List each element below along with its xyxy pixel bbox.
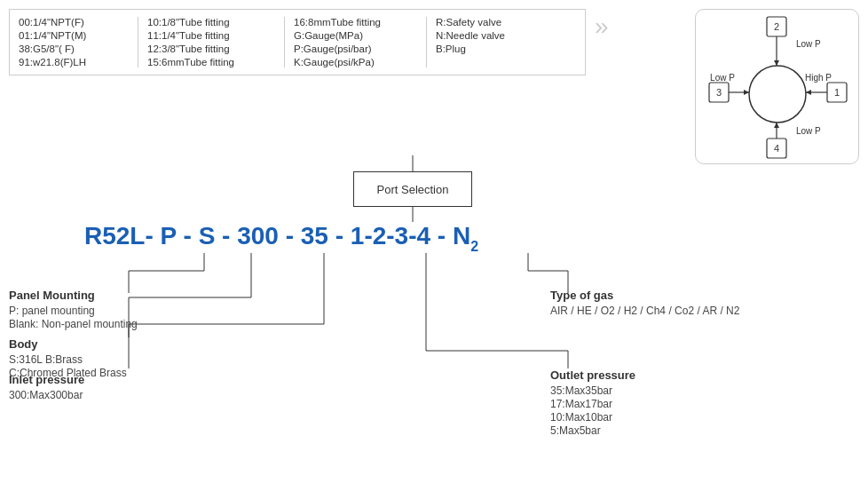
type-of-gas-item-0: AIR / HE / O2 / H2 / Ch4 / Co2 / AR / N2	[550, 305, 739, 317]
svg-marker-4	[806, 90, 811, 95]
legend-item: 10:1/8"Tube fitting	[147, 17, 275, 28]
svg-text:1: 1	[834, 87, 840, 98]
svg-marker-14	[744, 90, 749, 95]
panel-mounting-title: Panel Mounting	[9, 289, 138, 302]
legend-item: 01:1/4"NPT(M)	[19, 30, 129, 41]
diagram-inner: 1 High P 2 Low P 3 Low P 4 Low P	[696, 10, 858, 163]
svg-marker-9	[774, 60, 779, 66]
legend-col-1: 00:1/4"NPT(F) 01:1/4"NPT(M) 38:G5/8"( F)…	[19, 17, 138, 67]
legend-item: B:Plug	[436, 44, 560, 54]
diagram-svg: 1 High P 2 Low P 3 Low P 4 Low P	[696, 10, 860, 165]
legend-col-3: 16:8mmTube fitting G:Gauge(MPa) P:Gauge(…	[294, 17, 427, 67]
outlet-pressure-item-0: 35:Max35bar	[550, 384, 635, 397]
panel-mounting-item-0: P: panel mounting	[9, 305, 138, 317]
svg-marker-19	[774, 123, 779, 128]
inlet-pressure-title: Inlet pressure	[9, 373, 84, 386]
svg-text:Low P: Low P	[796, 126, 821, 136]
svg-text:3: 3	[716, 87, 722, 98]
panel-mounting-item-1: Blank: Non-panel mounting	[9, 318, 138, 330]
outlet-pressure-item-1: 17:Max17bar	[550, 398, 635, 410]
chevron-icon: »	[595, 12, 604, 41]
outlet-pressure-item-3: 5:Max5bar	[550, 424, 635, 437]
body-item-0: S:316L B:Brass	[9, 353, 127, 366]
panel-mounting-annotation: Panel Mounting P: panel mounting Blank: …	[9, 289, 138, 330]
inlet-pressure-annotation: Inlet pressure 300:Max300bar	[9, 373, 84, 401]
legend-col-2: 10:1/8"Tube fitting 11:1/4"Tube fitting …	[147, 17, 285, 67]
legend-item: N:Needle valve	[436, 30, 560, 41]
model-subscript: 2	[470, 239, 478, 255]
type-of-gas-title: Type of gas	[550, 289, 739, 302]
model-text: R52L‑ P ‑ S ‑ 300 ‑ 35 ‑ 1‑2‑3‑4 ‑ N	[84, 222, 470, 250]
svg-text:4: 4	[774, 143, 779, 154]
legend-item: 91:w21.8(F)LH	[19, 57, 129, 67]
svg-text:Low P: Low P	[796, 39, 821, 49]
legend-item: K:Gauge(psi/kPa)	[294, 57, 417, 67]
outlet-pressure-title: Outlet pressure	[550, 368, 635, 382]
model-string: R52L‑ P ‑ S ‑ 300 ‑ 35 ‑ 1‑2‑3‑4 ‑ N2	[84, 222, 478, 250]
type-of-gas-annotation: Type of gas AIR / HE / O2 / H2 / Ch4 / C…	[550, 289, 739, 317]
inlet-pressure-item-0: 300:Max300bar	[9, 389, 84, 401]
legend-item: 15:6mmTube fitting	[147, 57, 275, 67]
svg-text:High P: High P	[805, 73, 832, 83]
port-selection-box: Port Selection	[353, 171, 472, 207]
svg-text:2: 2	[774, 21, 779, 32]
legend-box: 00:1/4"NPT(F) 01:1/4"NPT(M) 38:G5/8"( F)…	[9, 9, 586, 75]
legend-item: 16:8mmTube fitting	[294, 17, 417, 28]
body-title: Body	[9, 337, 127, 351]
legend-item: 38:G5/8"( F)	[19, 44, 129, 54]
outlet-pressure-item-2: 10:Max10bar	[550, 411, 635, 424]
legend-item: 11:1/4"Tube fitting	[147, 30, 275, 41]
legend-col-4: R:Safety valve N:Needle valve B:Plug	[436, 17, 569, 67]
legend-item: 12:3/8"Tube fitting	[147, 44, 275, 54]
legend-item: P:Gauge(psi/bar)	[294, 44, 417, 54]
svg-text:Low P: Low P	[710, 73, 735, 83]
legend-item: R:Safety valve	[436, 17, 560, 28]
outlet-pressure-annotation: Outlet pressure 35:Max35bar 17:Max17bar …	[550, 368, 635, 437]
svg-point-0	[749, 66, 806, 123]
legend-item: G:Gauge(MPa)	[294, 30, 417, 41]
diagram-box: 1 High P 2 Low P 3 Low P 4 Low P	[695, 9, 859, 164]
port-selection-label: Port Selection	[377, 183, 449, 196]
legend-item: 00:1/4"NPT(F)	[19, 17, 129, 28]
